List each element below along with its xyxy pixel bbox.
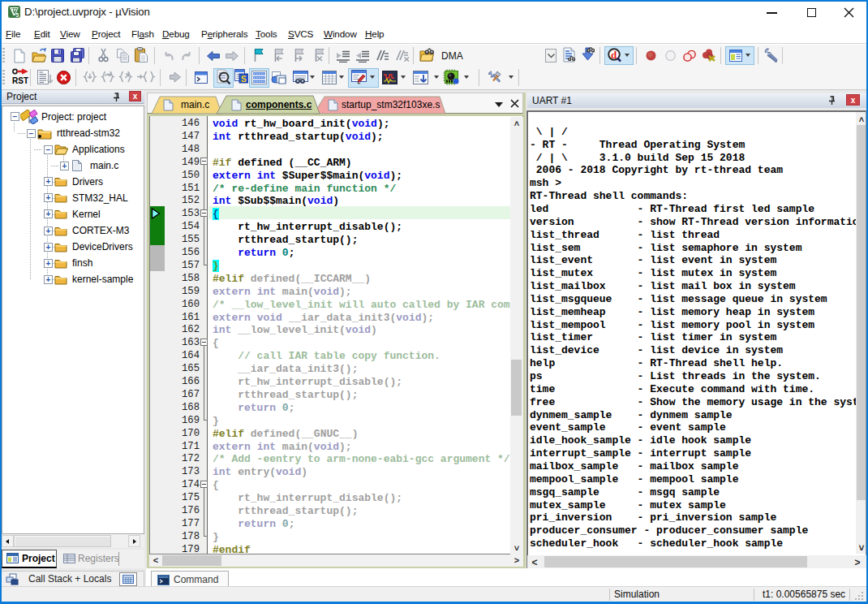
svg-text:d: d — [611, 49, 617, 61]
svg-text:RST: RST — [12, 76, 28, 85]
svg-text:5: 5 — [16, 12, 19, 18]
svg-text:S: S — [241, 75, 247, 84]
